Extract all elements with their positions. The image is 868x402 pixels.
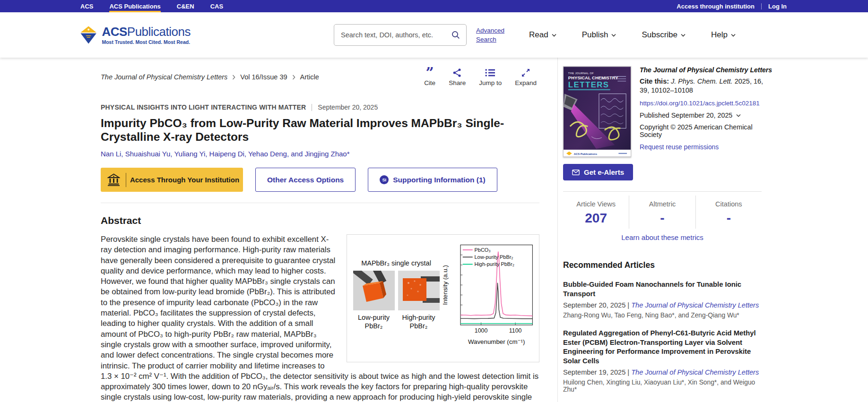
sidebar-journal-title[interactable]: The Journal of Physical Chemistry Letter… <box>640 66 766 74</box>
chevron-down-icon <box>736 114 741 117</box>
metric-label: Altmetric <box>629 200 695 208</box>
search-icon[interactable] <box>451 30 460 40</box>
metric-article-views: Article Views 207 <box>563 196 629 229</box>
share-button[interactable]: Share <box>449 68 466 86</box>
svg-text:PbCO₃: PbCO₃ <box>475 247 491 253</box>
advanced-search-link[interactable]: Advanced Search <box>476 26 507 44</box>
access-through-institution-link[interactable]: Access through institution <box>677 3 755 10</box>
cover-masthead-accent: LETTERS <box>568 80 609 89</box>
log-in-link[interactable]: Log In <box>768 3 787 10</box>
session-links: Access through institution Log In <box>677 0 787 12</box>
access-institution-label: Access Through Your Institution <box>126 176 243 184</box>
nav-publish-label: Publish <box>582 30 608 40</box>
crystal-photo-low-purity <box>353 271 395 310</box>
breadcrumb-current: Article <box>300 73 319 81</box>
topbar-link-acs[interactable]: ACS <box>80 0 93 12</box>
metric-altmetric: Altmetric - <box>629 196 695 229</box>
top-bar: ACS ACS Publications C&EN CAS Access thr… <box>0 0 868 12</box>
expand-label: Expand <box>515 79 537 86</box>
svg-text:1000: 1000 <box>475 327 488 334</box>
published-date: Published September 20, 2025 <box>640 111 732 119</box>
chevron-down-icon <box>731 34 736 37</box>
crystal-photo-high-purity <box>398 271 440 310</box>
spectrum-chart: 10001100PbCO₃Low-purity PbBr₂High-purity… <box>442 239 536 355</box>
figure-crystal-label: MAPbBr₃ single crystal <box>361 259 431 267</box>
svg-text:Low-purity PbBr₂: Low-purity PbBr₂ <box>475 254 513 260</box>
metric-value: 207 <box>563 211 629 226</box>
other-access-options-button[interactable]: Other Access Options <box>255 168 356 192</box>
article-actions: ” Cite Share <box>424 68 537 86</box>
article-date: September 20, 2025 <box>318 103 378 111</box>
breadcrumb-issue-link[interactable]: Vol 16/Issue 39 <box>240 73 287 81</box>
expand-arrows-icon <box>521 68 530 77</box>
main-nav: Read Publish Subscribe Help <box>529 30 736 40</box>
chevron-down-icon <box>611 34 616 37</box>
nav-help-label: Help <box>711 30 728 40</box>
breadcrumb: The Journal of Physical Chemistry Letter… <box>101 68 319 86</box>
metric-value: - <box>696 211 762 226</box>
article-sidebar: THE JOURNAL OF PHYSICAL CHEMISTRY LETTER… <box>557 58 766 402</box>
article-title: Impurity PbCO₃ from Low-Purity Raw Mater… <box>101 116 540 144</box>
abstract-graphic[interactable]: MAPbBr₃ single crystal <box>347 234 539 362</box>
article-main-column: The Journal of Physical Chemistry Letter… <box>101 58 550 402</box>
journal-cover-image[interactable]: THE JOURNAL OF PHYSICAL CHEMISTRY LETTER… <box>563 66 631 157</box>
breadcrumb-journal-link[interactable]: The Journal of Physical Chemistry Letter… <box>101 73 227 81</box>
topbar-link-cas[interactable]: CAS <box>210 0 223 12</box>
metric-label: Citations <box>696 200 762 208</box>
copyright-text: Copyright © 2025 American Chemical Socie… <box>640 123 766 138</box>
cite-button[interactable]: ” Cite <box>424 68 435 86</box>
logo-acs: ACS <box>102 25 127 39</box>
other-access-label: Other Access Options <box>267 176 344 184</box>
recommended-article: Bubble-Guided Foam Nanochannels for Tuna… <box>563 280 767 319</box>
cover-masthead-mid: PHYSICAL CHEMISTRY <box>568 75 618 80</box>
supporting-information-button[interactable]: SI Supporting Information (1) <box>368 168 497 192</box>
svg-text:Wavenumber (cm⁻¹): Wavenumber (cm⁻¹) <box>468 338 525 345</box>
acs-diamond-icon <box>79 24 98 46</box>
divider <box>101 203 539 203</box>
jump-to-button[interactable]: Jump to <box>479 68 502 86</box>
article-metrics: Article Views 207 Altmetric - Citations … <box>563 196 762 229</box>
logo-tagline: Most Trusted. Most Cited. Most Read. <box>102 39 191 45</box>
cover-footer-brand: ACS Publications <box>574 153 598 155</box>
si-badge-icon: SI <box>380 175 389 184</box>
article-category[interactable]: PHYSICAL INSIGHTS INTO LIGHT INTERACTING… <box>101 103 306 111</box>
article-authors[interactable]: Nan Li, Shuaishuai Yu, Yuliang Yi, Haipe… <box>101 150 550 158</box>
recommended-article-journal-link[interactable]: The Journal of Physical Chemistry Letter… <box>631 368 759 376</box>
metric-citations: Citations - <box>695 196 762 229</box>
acs-publications-logo[interactable]: ACSPublications Most Trusted. Most Cited… <box>79 24 191 46</box>
topbar-link-cen[interactable]: C&EN <box>177 0 194 12</box>
recommended-article-meta: September 20, 2025 | The Journal of Phys… <box>563 301 767 309</box>
nav-help[interactable]: Help <box>711 30 736 40</box>
topbar-link-acs-publications[interactable]: ACS Publications <box>109 0 160 12</box>
access-institution-button[interactable]: Access Through Your Institution <box>101 168 243 192</box>
get-e-alerts-button[interactable]: Get e-Alerts <box>563 164 633 180</box>
nav-publish[interactable]: Publish <box>582 30 616 40</box>
divider <box>761 3 762 9</box>
figure-caption-high-purity: High-purity PbBr₂ <box>398 313 440 330</box>
learn-about-metrics-link[interactable]: Learn about these metrics <box>563 233 762 241</box>
recommended-article-title[interactable]: Bubble-Guided Foam Nanochannels for Tuna… <box>563 280 767 299</box>
request-reuse-permissions-link[interactable]: Request reuse permissions <box>640 144 719 151</box>
citation-line: Cite this: J. Phys. Chem. Lett. 2025, 16… <box>640 77 766 95</box>
expand-button[interactable]: Expand <box>515 68 537 86</box>
svg-text:Intensity (a.u.): Intensity (a.u.) <box>442 265 449 305</box>
nav-subscribe[interactable]: Subscribe <box>642 30 686 40</box>
logo-text: ACSPublications Most Trusted. Most Cited… <box>102 26 191 45</box>
doi-link[interactable]: https://doi.org/10.1021/acs.jpclett.5c02… <box>640 100 766 107</box>
search-input[interactable] <box>341 31 451 39</box>
site-header: ACSPublications Most Trusted. Most Cited… <box>0 12 868 58</box>
published-date-row[interactable]: Published September 20, 2025 <box>640 111 766 119</box>
nav-read[interactable]: Read <box>529 30 556 40</box>
recommended-article-title[interactable]: Regulated Aggregation of Phenyl-C61-Buty… <box>563 329 767 366</box>
recommended-article-journal-link[interactable]: The Journal of Physical Chemistry Letter… <box>631 301 759 309</box>
metric-label: Article Views <box>563 200 629 208</box>
svg-text:1100: 1100 <box>509 327 522 334</box>
recommended-article-authors: Huilong Chen, Xingting Liu, Xiaoyuan Liu… <box>563 379 767 393</box>
nav-read-label: Read <box>529 30 548 40</box>
chevron-down-icon <box>552 34 556 37</box>
divider <box>563 191 762 192</box>
cover-masthead-top: THE JOURNAL OF <box>568 72 594 75</box>
recommended-article-date: September 20, 2025 <box>563 301 625 309</box>
nav-subscribe-label: Subscribe <box>642 30 677 40</box>
recommended-article-authors: Zhang-Rong Wu, Tao Feng, Ning Bao*, and … <box>563 312 767 319</box>
